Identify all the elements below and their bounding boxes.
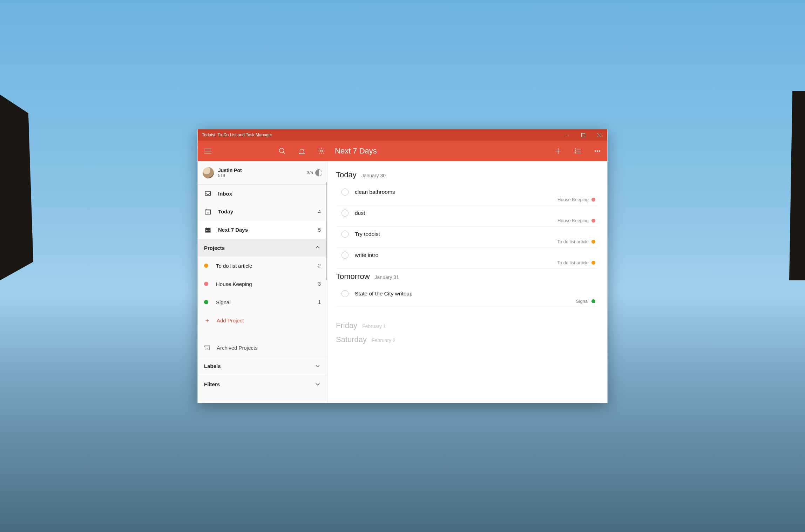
app-body: Justin Pot 519 3/5 Inbox 30 To [198, 161, 607, 403]
task-item[interactable]: Try todoistTo do list article [336, 226, 597, 247]
sidebar-item-count: 4 [318, 209, 321, 214]
day-date: January 31 [375, 274, 399, 280]
project-count: 1 [318, 299, 321, 305]
daily-goal: 3/5 [307, 169, 322, 176]
task-checkbox[interactable] [341, 210, 349, 217]
task-checkbox[interactable] [341, 252, 349, 259]
plus-icon: ＋ [204, 317, 210, 323]
svg-point-7 [279, 148, 284, 152]
task-project-color-dot [591, 219, 595, 223]
task-project-label: To do list article [557, 260, 589, 265]
notifications-button[interactable] [292, 141, 312, 161]
window-titlebar: Todoist: To-Do List and Task Manager [198, 129, 607, 141]
more-button[interactable] [588, 141, 607, 161]
svg-point-10 [320, 150, 323, 152]
sidebar-item-inbox[interactable]: Inbox [198, 184, 327, 203]
task-project-label: To do list article [557, 239, 589, 244]
archived-projects-button[interactable]: Archived Projects [198, 339, 327, 357]
view-title: Next 7 Days [335, 146, 548, 156]
section-label: Labels [204, 363, 315, 369]
day-name: Friday [336, 321, 357, 330]
svg-rect-1 [581, 133, 585, 137]
project-color-dot [204, 300, 208, 304]
task-title: dust [355, 210, 597, 216]
sidebar: Justin Pot 519 3/5 Inbox 30 To [198, 161, 327, 403]
day-date: February 2 [372, 337, 395, 343]
task-item[interactable]: dustHouse Keeping [336, 205, 597, 226]
settings-button[interactable] [312, 141, 331, 161]
project-item[interactable]: To do list article2 [198, 257, 327, 275]
task-checkbox[interactable] [341, 231, 349, 238]
svg-rect-28 [206, 230, 207, 231]
task-item[interactable]: State of the City writeupSignal [336, 286, 597, 307]
progress-pie-icon [315, 169, 322, 176]
chevron-up-icon [315, 245, 321, 251]
main-content: TodayJanuary 30clean bathroomsHouse Keep… [327, 161, 607, 403]
task-title: clean bathrooms [355, 189, 597, 195]
app-window: Todoist: To-Do List and Task Manager Nex… [197, 129, 608, 403]
task-item[interactable]: clean bathroomsHouse Keeping [336, 184, 597, 205]
task-title: State of the City writeup [355, 291, 597, 297]
sort-button[interactable] [568, 141, 588, 161]
project-color-dot [204, 264, 208, 268]
project-label: Signal [216, 299, 318, 305]
chevron-down-icon [315, 382, 321, 387]
task-project-label: House Keeping [557, 197, 589, 202]
day-name: Saturday [336, 335, 367, 344]
toolbar: Next 7 Days [198, 141, 607, 161]
inbox-icon [204, 190, 212, 197]
labels-section-header[interactable]: Labels [198, 357, 327, 375]
search-button[interactable] [272, 141, 292, 161]
svg-text:30: 30 [207, 212, 209, 214]
chevron-down-icon [315, 363, 321, 369]
add-project-button[interactable]: ＋ Add Project [198, 311, 327, 329]
svg-point-17 [597, 150, 598, 151]
project-label: To do list article [216, 263, 318, 269]
window-minimize-button[interactable] [559, 129, 575, 141]
day-header: FridayFebruary 1 [336, 321, 597, 330]
avatar [203, 167, 214, 178]
task-title: Try todoist [355, 231, 597, 237]
projects-section-header[interactable]: Projects [198, 239, 327, 257]
svg-point-18 [599, 150, 600, 151]
project-count: 2 [318, 263, 321, 268]
task-project-label: House Keeping [557, 218, 589, 223]
sidebar-item-today[interactable]: 30 Today 4 [198, 203, 327, 221]
sidebar-item-label: Today [218, 209, 312, 214]
user-profile-row[interactable]: Justin Pot 519 3/5 [198, 161, 327, 184]
sidebar-item-label: Next 7 Days [218, 227, 312, 233]
day-header: TomorrowJanuary 31 [336, 272, 597, 281]
calendar-today-icon: 30 [204, 208, 212, 215]
day-header: SaturdayFebruary 2 [336, 335, 597, 344]
task-project-color-dot [591, 240, 595, 244]
archive-icon [204, 345, 210, 351]
day-date: January 30 [361, 173, 386, 178]
add-task-button[interactable] [548, 141, 568, 161]
add-project-label: Add Project [217, 318, 244, 323]
karma-points: 519 [218, 173, 307, 178]
calendar-week-icon [204, 226, 212, 233]
project-item[interactable]: House Keeping3 [198, 275, 327, 293]
svg-rect-29 [208, 230, 208, 231]
task-project-color-dot [591, 299, 595, 303]
svg-point-16 [595, 150, 596, 151]
window-maximize-button[interactable] [575, 129, 591, 141]
sidebar-scrollbar[interactable] [326, 182, 327, 280]
day-header: TodayJanuary 30 [336, 170, 597, 179]
user-name: Justin Pot [218, 168, 307, 173]
task-project-label: Signal [576, 299, 589, 304]
day-date: February 1 [362, 323, 386, 329]
project-item[interactable]: Signal1 [198, 293, 327, 311]
window-close-button[interactable] [591, 129, 607, 141]
day-name: Today [336, 170, 357, 179]
menu-button[interactable] [198, 141, 218, 161]
filters-section-header[interactable]: Filters [198, 375, 327, 393]
task-checkbox[interactable] [341, 189, 349, 196]
sidebar-item-next7days[interactable]: Next 7 Days 5 [198, 221, 327, 239]
task-project-color-dot [591, 261, 595, 265]
task-item[interactable]: write introTo do list article [336, 247, 597, 268]
project-count: 3 [318, 281, 321, 287]
svg-line-8 [283, 152, 285, 154]
project-color-dot [204, 282, 208, 286]
task-checkbox[interactable] [341, 290, 349, 297]
